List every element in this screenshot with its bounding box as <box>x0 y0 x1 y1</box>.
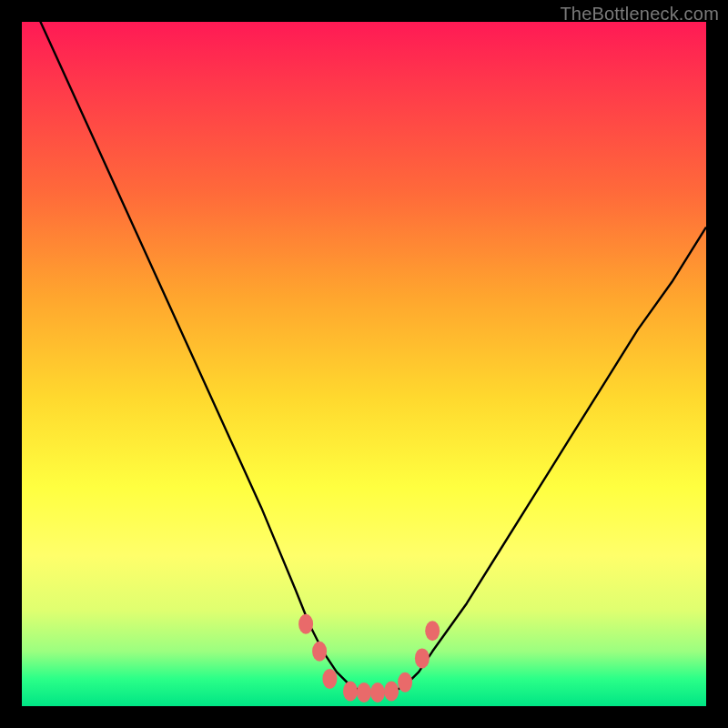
highlight-dot <box>425 621 440 641</box>
outer-frame: TheBottleneck.com <box>0 0 728 728</box>
highlight-dot <box>322 669 337 689</box>
bottleneck-curve <box>22 22 706 693</box>
highlight-dot <box>312 642 327 662</box>
highlight-dot <box>384 682 399 702</box>
highlight-dot <box>357 682 371 703</box>
highlight-dot <box>370 682 385 703</box>
highlight-dot <box>298 614 313 634</box>
curve-layer <box>22 22 706 693</box>
highlight-dot <box>415 648 430 668</box>
highlight-dot <box>398 672 412 693</box>
highlight-dot <box>343 682 358 702</box>
plot-area <box>22 22 706 706</box>
marker-layer <box>298 614 440 703</box>
chart-svg <box>22 22 706 706</box>
watermark-text: TheBottleneck.com <box>560 4 719 25</box>
